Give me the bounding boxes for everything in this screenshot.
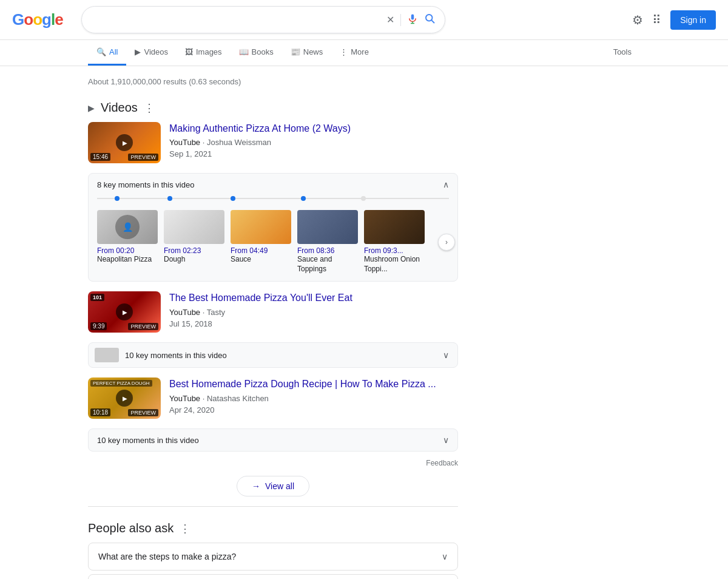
video-card-1: 15:46 PREVIEW Making Authentic Pizza At …: [88, 122, 458, 163]
settings-button[interactable]: ⚙: [632, 13, 643, 27]
images-tab-icon: 🖼: [185, 47, 193, 56]
duration-badge-2: 9:39: [90, 322, 107, 330]
video-thumb-1[interactable]: 15:46 PREVIEW: [88, 122, 161, 163]
duration-badge-3: 10:18: [90, 408, 110, 416]
video-meta-3: YouTube · Natashas Kitchen: [169, 394, 458, 403]
tab-videos-label: Videos: [144, 47, 168, 56]
moment-time-1-1: From 00:20: [97, 246, 158, 255]
videos-feedback[interactable]: Feedback: [88, 456, 458, 470]
signin-button[interactable]: Sign in: [670, 10, 716, 30]
video-title-3[interactable]: Best Homemade Pizza Dough Recipe | How T…: [169, 379, 436, 389]
play-icon-3: [116, 390, 133, 407]
paa-question-2[interactable]: What is the order of ingredients on a pi…: [89, 575, 457, 579]
moment-thumb-1-2: [164, 210, 224, 244]
video-channel-1: Joshua Weissman: [207, 138, 271, 147]
key-moments-label-3: 10 key moments in this video: [89, 430, 434, 451]
video-thumb-3[interactable]: PERFECT PIZZA DOUGH 10:18 PREVIEW: [88, 378, 161, 419]
moment-label-1-3: Sauce: [231, 255, 291, 265]
paa-chevron-1: ∨: [442, 552, 448, 561]
news-tab-icon: 📰: [291, 47, 300, 56]
section-divider: [88, 506, 458, 507]
search-tab-icon: 🔍: [96, 47, 106, 56]
view-all-label: View all: [265, 481, 294, 491]
video-card-2: 101 9:39 PREVIEW The Best Homemade Pizza…: [88, 291, 458, 333]
moment-thumb-1-5: [364, 210, 425, 244]
results-container: About 1,910,000,000 results (0.63 second…: [0, 66, 546, 579]
paa-item-2: What is the order of ingredients on a pi…: [88, 574, 458, 579]
duration-badge-1: 15:46: [90, 153, 110, 161]
preview-badge-3: PREVIEW: [128, 409, 158, 416]
key-moments-label-1: 8 key moments in this video: [97, 180, 194, 189]
videos-section-header: ▶ Videos ⋮: [88, 101, 458, 115]
paa-header: People also ask ⋮: [88, 521, 458, 535]
video-info-3: Best Homemade Pizza Dough Recipe | How T…: [169, 378, 458, 419]
view-all-wrapper: → View all: [88, 476, 458, 496]
videos-more-button[interactable]: ⋮: [144, 101, 155, 115]
preview-badge-2: PREVIEW: [128, 323, 158, 330]
moment-label-1-1: Neapolitan Pizza: [97, 255, 158, 265]
moment-item-1-3[interactable]: From 04:49 Sauce: [231, 210, 291, 274]
video-meta-2: YouTube · Tasty: [169, 308, 458, 317]
video-channel-2: Tasty: [207, 308, 225, 317]
moment-item-1-1[interactable]: 👤 From 00:20 Neapolitan Pizza: [97, 210, 158, 274]
tab-videos[interactable]: ▶ Videos: [126, 40, 177, 66]
tab-tools[interactable]: Tools: [605, 40, 640, 66]
nav-tabs: 🔍 All ▶ Videos 🖼 Images 📖 Books 📰 News ⋮…: [0, 40, 728, 66]
svg-line-4: [431, 20, 434, 22]
key-moments-label-2: 10 key moments in this video: [125, 345, 434, 366]
moment-thumb-1-3: [231, 210, 291, 244]
video-title-2[interactable]: The Best Homemade Pizza You'll Ever Eat: [169, 293, 352, 303]
play-icon-2: [116, 303, 133, 320]
search-input[interactable]: how to make a pizza: [92, 15, 380, 25]
video-info-2: The Best Homemade Pizza You'll Ever Eat …: [169, 291, 458, 333]
tab-more[interactable]: ⋮ More: [331, 40, 377, 66]
people-also-ask-section: People also ask ⋮ What are the steps to …: [88, 521, 458, 579]
moment-time-1-5: From 09:3...: [364, 246, 425, 255]
videos-section-title: Videos: [101, 101, 138, 115]
video-date-2: Jul 15, 2018: [169, 319, 458, 328]
tab-all[interactable]: 🔍 All: [88, 40, 126, 66]
paa-more-button[interactable]: ⋮: [180, 522, 190, 535]
chevron-down-icon-2[interactable]: ∨: [434, 344, 457, 366]
video-source-3: YouTube: [169, 394, 200, 403]
video-tab-icon: ▶: [135, 47, 141, 56]
video-meta-1: YouTube · Joshua Weissman: [169, 138, 458, 147]
tab-books-label: Books: [252, 47, 274, 56]
mic-button[interactable]: [407, 12, 418, 28]
tab-books[interactable]: 📖 Books: [231, 40, 282, 66]
search-button[interactable]: [424, 13, 435, 27]
moment-item-1-5[interactable]: From 09:3... Mushroom Onion Toppi...: [364, 210, 425, 274]
video-title-1[interactable]: Making Authentic Pizza At Home (2 Ways): [169, 123, 351, 134]
google-logo: Google: [12, 10, 63, 29]
key-moments-header-1[interactable]: 8 key moments in this video ∧: [89, 174, 457, 195]
tab-more-label: More: [351, 47, 369, 56]
video-channel-3: Natashas Kitchen: [207, 394, 269, 403]
moment-item-1-2[interactable]: From 02:23 Dough: [164, 210, 224, 274]
moment-label-1-4: Sauce and Toppings: [297, 255, 358, 274]
videos-section-icon: ▶: [88, 103, 95, 113]
tab-all-label: All: [109, 47, 118, 56]
moments-next-button[interactable]: ›: [438, 234, 455, 251]
tab-news[interactable]: 📰 News: [282, 40, 332, 66]
video-date-3: Apr 24, 2020: [169, 405, 458, 415]
clear-button[interactable]: ✕: [386, 14, 394, 25]
apps-button[interactable]: ⠿: [652, 13, 661, 27]
more-tab-icon: ⋮: [340, 47, 348, 56]
moment-label-1-2: Dough: [164, 255, 224, 265]
play-icon-1: [116, 134, 133, 151]
key-moments-2: 10 key moments in this video ∨: [88, 342, 458, 368]
moment-time-1-4: From 08:36: [297, 246, 358, 255]
results-count: About 1,910,000,000 results (0.63 second…: [88, 72, 458, 91]
moment-item-1-4[interactable]: From 08:36 Sauce and Toppings: [297, 210, 358, 274]
chevron-down-icon-3[interactable]: ∨: [434, 429, 457, 451]
key-moments-1: 8 key moments in this video ∧: [88, 173, 458, 282]
paa-question-1[interactable]: What are the steps to make a pizza? ∨: [89, 543, 457, 570]
view-all-button[interactable]: → View all: [237, 476, 309, 496]
video-info-1: Making Authentic Pizza At Home (2 Ways) …: [169, 122, 458, 163]
view-all-arrow-icon: →: [252, 481, 260, 491]
preview-badge-1: PREVIEW: [128, 154, 158, 161]
paa-item-1: What are the steps to make a pizza? ∨: [88, 543, 458, 571]
tab-images[interactable]: 🖼 Images: [177, 40, 231, 66]
moment-thumb-1-4: [297, 210, 358, 244]
video-thumb-2[interactable]: 101 9:39 PREVIEW: [88, 291, 161, 333]
